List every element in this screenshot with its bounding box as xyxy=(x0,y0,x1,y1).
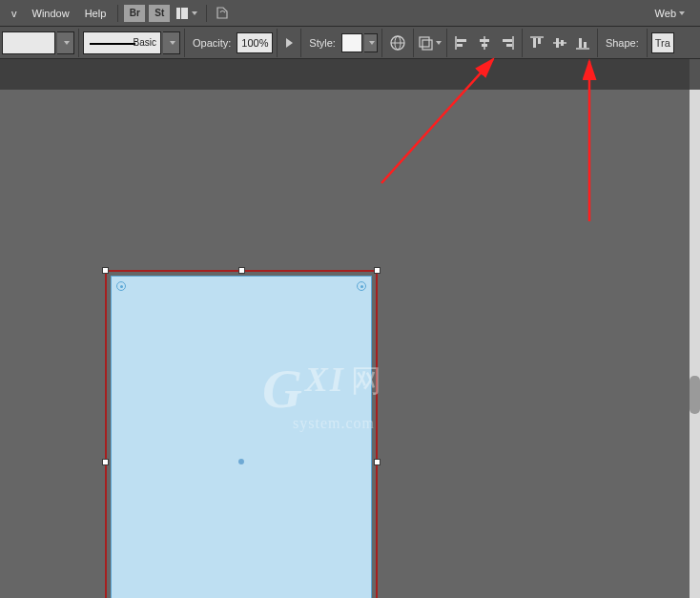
align-vcenter-icon xyxy=(552,35,567,51)
menu-view-truncated[interactable]: v xyxy=(4,4,25,23)
svg-rect-16 xyxy=(538,38,541,44)
options-separator xyxy=(522,29,523,57)
options-separator xyxy=(446,29,447,57)
resize-handle-tl[interactable] xyxy=(102,267,109,274)
align-bottom-icon xyxy=(575,35,590,51)
stroke-style-name: Basic xyxy=(134,37,156,48)
cloud-docs-button[interactable] xyxy=(212,3,235,24)
svg-rect-19 xyxy=(561,40,564,46)
align-right-icon xyxy=(500,35,515,51)
svg-rect-3 xyxy=(420,37,429,47)
stock-button[interactable]: St xyxy=(148,3,171,24)
options-separator xyxy=(300,29,301,57)
options-separator xyxy=(413,29,414,57)
svg-rect-21 xyxy=(579,38,582,48)
opacity-input[interactable]: 100% xyxy=(237,32,273,53)
align-bottom-button[interactable] xyxy=(572,31,593,54)
chevron-down-icon xyxy=(436,41,442,45)
globe-icon xyxy=(389,34,406,52)
color-profile-button[interactable] xyxy=(386,31,409,54)
transform-button-truncated[interactable]: Tra xyxy=(651,32,674,53)
svg-rect-9 xyxy=(480,39,489,42)
style-swatch[interactable] xyxy=(341,33,362,52)
style-swatch-dropdown[interactable] xyxy=(364,33,378,52)
chevron-down-icon xyxy=(369,41,375,45)
resize-handle-tm[interactable] xyxy=(238,267,245,274)
svg-rect-12 xyxy=(503,39,512,42)
menu-separator xyxy=(206,5,207,22)
triangle-right-icon xyxy=(286,38,293,48)
stroke-style-dropdown[interactable] xyxy=(163,31,180,54)
menu-bar: v Window Help Br St Web xyxy=(0,0,700,27)
shape-label: Shape: xyxy=(606,37,639,49)
svg-rect-13 xyxy=(506,44,512,47)
options-separator xyxy=(184,29,185,57)
options-separator xyxy=(381,29,382,57)
align-right-button[interactable] xyxy=(497,31,518,54)
align-top-button[interactable] xyxy=(526,31,547,54)
layout-columns-icon xyxy=(176,8,189,19)
layout-mode-button[interactable] xyxy=(173,3,201,24)
menu-separator xyxy=(117,5,118,22)
selection-outline xyxy=(105,270,378,598)
fill-swatch[interactable] xyxy=(2,31,55,54)
stack-icon xyxy=(418,35,435,51)
options-separator xyxy=(647,29,648,57)
workspace-label: Web xyxy=(655,8,676,19)
corner-radius-handle-tl[interactable] xyxy=(116,281,126,291)
selected-rectangle-shape[interactable] xyxy=(105,270,378,598)
options-bar: Basic Opacity: 100% Style: xyxy=(0,27,700,59)
svg-rect-6 xyxy=(457,39,466,42)
stock-icon: St xyxy=(149,5,170,22)
canvas-area[interactable]: G XI 网 system.com xyxy=(0,90,700,598)
options-separator xyxy=(78,29,79,57)
opacity-label: Opacity: xyxy=(193,37,231,49)
menu-bar-right: Web xyxy=(649,4,696,23)
svg-rect-22 xyxy=(584,42,587,48)
stroke-line-icon xyxy=(90,43,135,45)
chevron-down-icon xyxy=(64,41,70,45)
corner-radius-handle-tr[interactable] xyxy=(357,281,366,291)
fill-swatch-dropdown[interactable] xyxy=(57,31,74,54)
svg-rect-7 xyxy=(457,44,463,47)
scrollbar-thumb[interactable] xyxy=(690,376,700,414)
vertical-scrollbar[interactable] xyxy=(690,90,700,598)
align-hcenter-icon xyxy=(477,35,492,51)
resize-handle-mr[interactable] xyxy=(374,459,381,465)
svg-rect-15 xyxy=(533,38,536,48)
menu-help[interactable]: Help xyxy=(77,4,114,23)
align-v-center-button[interactable] xyxy=(549,31,570,54)
align-left-button[interactable] xyxy=(451,31,472,54)
bridge-icon: Br xyxy=(124,5,145,22)
resize-handle-ml[interactable] xyxy=(102,459,109,465)
svg-rect-4 xyxy=(422,40,432,50)
resize-handle-tr[interactable] xyxy=(374,267,381,274)
chevron-down-icon xyxy=(679,11,685,15)
options-separator xyxy=(277,29,278,57)
align-top-icon xyxy=(529,35,545,51)
align-left-icon xyxy=(454,35,469,51)
document-tab-strip xyxy=(0,59,690,90)
arrange-menu-button[interactable] xyxy=(418,31,443,54)
options-separator xyxy=(597,29,598,57)
menu-window[interactable]: Window xyxy=(25,4,77,23)
next-preset-button[interactable] xyxy=(281,32,297,53)
chevron-down-icon xyxy=(170,41,175,45)
shape-center-point[interactable] xyxy=(238,459,244,464)
svg-rect-18 xyxy=(556,38,559,48)
workspace-switcher[interactable]: Web xyxy=(649,4,690,23)
cloud-doc-icon xyxy=(215,5,232,22)
align-h-center-button[interactable] xyxy=(474,31,495,54)
svg-rect-10 xyxy=(482,44,487,47)
bridge-button[interactable]: Br xyxy=(123,3,146,24)
stroke-style-preview[interactable]: Basic xyxy=(83,31,161,54)
chevron-down-icon xyxy=(192,11,197,15)
style-label: Style: xyxy=(309,37,336,49)
